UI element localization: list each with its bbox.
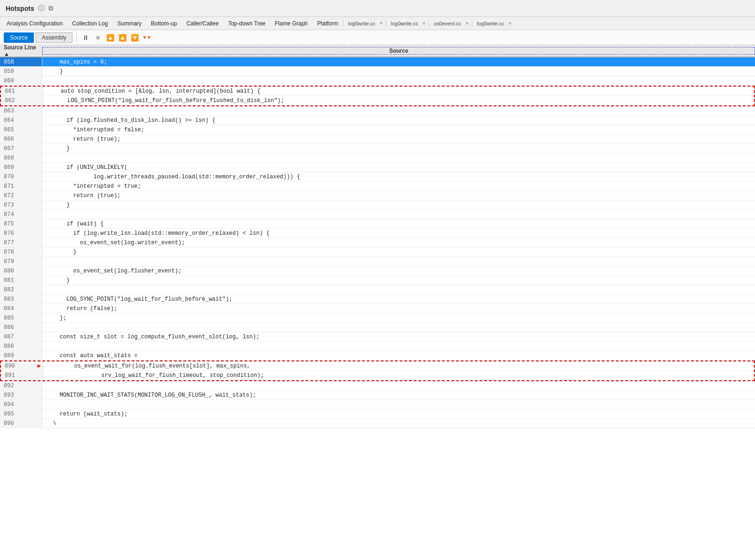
code-text: } — [42, 200, 755, 209]
table-row[interactable]: 888 — [0, 342, 755, 351]
table-row[interactable]: 875 if (wait) { — [0, 219, 755, 229]
code-text: if (UNIV_UNLIKELY( — [42, 163, 755, 172]
close-icon[interactable]: ✕ — [508, 21, 512, 26]
menu-summary[interactable]: Summary — [112, 18, 146, 29]
table-row[interactable]: 891 srv_log_wait_for_flush_timeout, stop… — [1, 371, 754, 380]
line-number: 894 — [0, 400, 42, 409]
line-number: 891 — [1, 371, 43, 380]
line-number: 866 — [0, 135, 42, 144]
table-row[interactable]: 866 return (true); — [0, 135, 755, 144]
menu-collection-log[interactable]: Collection Log — [67, 18, 112, 29]
table-row[interactable]: 863 — [0, 106, 755, 116]
line-number: 882 — [0, 285, 42, 294]
line-number: 881 — [0, 276, 42, 285]
code-text: if (log.write_lsn.load(std::memory_order… — [42, 229, 755, 238]
line-number: 893 — [0, 391, 42, 400]
table-row[interactable]: 879 — [0, 257, 755, 266]
info-icon[interactable]: ⓘ — [38, 4, 45, 13]
table-row[interactable]: 860 — [0, 76, 755, 86]
code-text — [42, 381, 755, 390]
code-text — [42, 285, 755, 294]
tab-log0write-3[interactable]: log0write.cc ✕ — [472, 20, 515, 27]
table-row[interactable]: 869 if (UNIV_UNLIKELY( — [0, 163, 755, 172]
table-row[interactable]: 893 MONITOR_INC_WAIT_STATS(MONITOR_LOG_O… — [0, 391, 755, 400]
tab-log0write-2[interactable]: log0write.cc ✕ — [386, 20, 429, 27]
close-icon[interactable]: ✕ — [422, 21, 426, 26]
line-number: 865 — [0, 125, 42, 134]
line-number: 877 — [0, 238, 42, 247]
table-row[interactable]: 884 return (false); — [0, 304, 755, 313]
line-number: 864 — [0, 116, 42, 125]
table-row[interactable]: 864 if (log.flushed_to_disk_lsn.load() >… — [0, 116, 755, 125]
tab-label: log0write.cc — [348, 21, 375, 26]
table-row[interactable]: 867 } — [0, 144, 755, 153]
line-number: 883 — [0, 295, 42, 304]
line-number: 892 — [0, 381, 42, 390]
code-text: log.writer_threads_paused.load(std::memo… — [42, 172, 755, 181]
table-row[interactable]: 861 auto stop_condition = [&log, lsn, in… — [1, 87, 754, 96]
table-row[interactable]: 877 os_event_set(log.writer_event); — [0, 238, 755, 248]
table-row[interactable]: 858 max_spins = 0; — [0, 57, 755, 67]
code-text — [42, 257, 755, 266]
menu-analysis-configuration[interactable]: Analysis Configuration — [2, 18, 67, 29]
menu-caller-callee[interactable]: Caller/Callee — [182, 18, 223, 29]
line-number: 890▶ — [1, 361, 43, 370]
table-row[interactable]: 889 const auto wait_stats = — [0, 351, 755, 360]
line-number: 888 — [0, 342, 42, 351]
menu-bottom-up[interactable]: Bottom-up — [146, 18, 182, 29]
table-row[interactable]: 896 \ — [0, 419, 755, 428]
table-row[interactable]: 883 LOG_SYNC_POINT("log_wait_for_flush_b… — [0, 295, 755, 304]
arrow-up-blue-icon[interactable]: 🔼 — [105, 32, 115, 43]
arrow-down-small-icon[interactable]: ▼▼ — [142, 32, 152, 43]
table-row[interactable]: 870 log.writer_threads_paused.load(std::… — [0, 172, 755, 182]
equals-icon[interactable]: ≡ — [93, 32, 103, 43]
col-header-source: Source — [42, 47, 755, 55]
external-link-icon[interactable]: ⧉ — [48, 4, 53, 12]
table-row[interactable]: 880 os_event_set(log.flusher_event); — [0, 266, 755, 276]
code-text: return (true); — [42, 191, 755, 200]
table-row[interactable]: 890▶ os_event_wait_for(log.flush_events[… — [1, 361, 754, 371]
tab-label: log0write.cc — [391, 21, 418, 26]
code-text: }; — [42, 313, 755, 322]
arrow-down-icon[interactable]: 🔽 — [129, 32, 140, 43]
table-row[interactable]: 874 — [0, 210, 755, 219]
close-icon[interactable]: ✕ — [379, 21, 383, 26]
table-row[interactable]: 871 *interrupted = true; — [0, 182, 755, 191]
menu-platform[interactable]: Platform — [312, 18, 343, 29]
code-text — [42, 153, 755, 162]
table-row[interactable]: 881 } — [0, 276, 755, 285]
code-text: MONITOR_INC_WAIT_STATS(MONITOR_LOG_ON_FL… — [42, 391, 755, 400]
source-tab[interactable]: Source — [4, 32, 34, 43]
tab-os0event[interactable]: os0event.cc ✕ — [429, 20, 472, 27]
table-row[interactable]: 887 const size_t slot = log_compute_flus… — [0, 332, 755, 342]
code-area[interactable]: 858 max_spins = 0;859 }860861 auto stop_… — [0, 57, 755, 560]
table-row[interactable]: 878 } — [0, 248, 755, 257]
menu-top-down-tree[interactable]: Top-down Tree — [223, 18, 270, 29]
toolbar-separator — [76, 33, 77, 42]
table-row[interactable]: 872 return (true); — [0, 191, 755, 200]
table-row[interactable]: 868 — [0, 153, 755, 163]
code-text — [42, 323, 755, 332]
table-row[interactable]: 876 if (log.write_lsn.load(std::memory_o… — [0, 229, 755, 238]
table-row[interactable]: 892 — [0, 381, 755, 391]
table-row[interactable]: 886 — [0, 323, 755, 332]
code-text: max_spins = 0; — [42, 57, 755, 66]
assembly-tab[interactable]: Assembly — [36, 32, 72, 43]
table-row[interactable]: 862 LOG_SYNC_POINT("log_wait_for_flush_b… — [1, 96, 754, 105]
col-header-line[interactable]: Source Line ▲ — [0, 45, 42, 56]
close-icon[interactable]: ✕ — [465, 21, 469, 26]
table-row[interactable]: 865 *interrupted = false; — [0, 125, 755, 135]
pause-icon[interactable]: ⏸ — [80, 32, 91, 43]
table-row[interactable]: 859 } — [0, 67, 755, 76]
tab-log0write-1[interactable]: log0write.cc ✕ — [343, 20, 386, 27]
menu-flame-graph[interactable]: Flame Graph — [270, 18, 312, 29]
table-row[interactable]: 895 return (wait_stats); — [0, 409, 755, 419]
line-number: 872 — [0, 191, 42, 200]
table-row[interactable]: 885 }; — [0, 313, 755, 323]
red-box-group-A: 861 auto stop_condition = [&log, lsn, in… — [0, 86, 755, 106]
table-row[interactable]: 882 — [0, 285, 755, 295]
arrow-up-orange-icon[interactable]: 🔼 — [117, 32, 127, 43]
code-text: } — [42, 248, 755, 256]
table-row[interactable]: 873 } — [0, 200, 755, 210]
table-row[interactable]: 894 — [0, 400, 755, 409]
